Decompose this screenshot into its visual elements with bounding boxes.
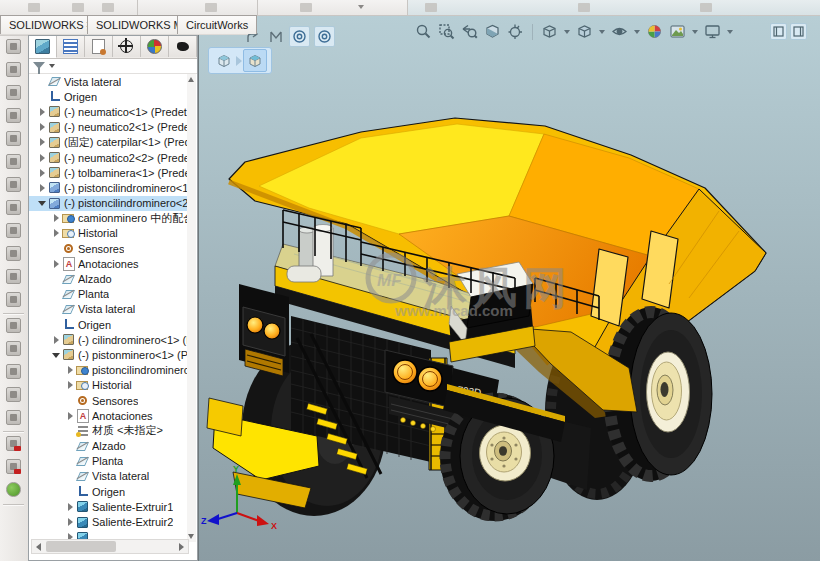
tree-item[interactable]: (-) pistonminero<1> (Prede xyxy=(29,347,187,362)
tree-item[interactable]: pistoncilindrominero 中 xyxy=(29,363,187,378)
tree-item[interactable]: Alzado xyxy=(29,439,187,454)
tree-item[interactable]: Historial xyxy=(29,226,187,241)
tree-item[interactable]: Planta xyxy=(29,454,187,469)
left-toolbar-icon-9[interactable] xyxy=(6,223,21,238)
apply-scene-icon[interactable] xyxy=(668,22,687,41)
expand-arrow-icon[interactable] xyxy=(65,502,75,512)
dropdown-caret-icon[interactable] xyxy=(727,30,733,34)
expand-arrow-icon[interactable] xyxy=(65,380,75,390)
scroll-right-icon[interactable] xyxy=(179,543,184,551)
section-line-icon[interactable] xyxy=(266,27,285,46)
scroll-left-icon[interactable] xyxy=(36,543,41,551)
render-3d-icon-1[interactable] xyxy=(6,436,21,451)
expand-arrow-icon[interactable] xyxy=(51,350,61,360)
tree-item[interactable]: (固定) caterpilar<1> (Predeterm xyxy=(29,135,187,150)
tab-addin-manager[interactable] xyxy=(169,36,197,57)
section-view-icon[interactable] xyxy=(483,22,502,41)
expand-arrow-icon[interactable] xyxy=(37,122,47,132)
left-toolbar-icon-13[interactable] xyxy=(6,318,21,333)
previous-view-icon[interactable] xyxy=(460,22,479,41)
left-toolbar-icon-4[interactable] xyxy=(6,108,21,123)
filter-funnel-icon[interactable] xyxy=(33,62,45,69)
tree-item[interactable]: Saliente-Extruir2 xyxy=(29,514,187,529)
tree-item[interactable]: Vista lateral xyxy=(29,302,187,317)
tree-item-selected[interactable]: (-) pistoncilindrominero<2> (Pr xyxy=(29,196,187,211)
ribbon-icon[interactable] xyxy=(72,3,84,12)
concentric-circle-icon-2[interactable] xyxy=(314,26,335,47)
concentric-circle-icon-1[interactable] xyxy=(289,26,310,47)
tree-horizontal-scrollbar[interactable] xyxy=(31,539,189,554)
ribbon-icon[interactable] xyxy=(28,3,40,12)
tab-displaymanager[interactable] xyxy=(141,36,169,57)
left-toolbar-icon-6[interactable] xyxy=(6,154,21,169)
expand-arrow-icon[interactable] xyxy=(37,153,47,163)
graphics-viewport[interactable]: 79 xyxy=(198,16,820,561)
left-toolbar-icon-15[interactable] xyxy=(6,364,21,379)
zoom-fit-icon[interactable] xyxy=(414,22,433,41)
collapse-right-icon[interactable] xyxy=(790,23,807,40)
expand-arrow-icon[interactable] xyxy=(51,213,61,223)
hide-show-items-icon[interactable] xyxy=(610,22,629,41)
tree-item[interactable]: Sensores xyxy=(29,393,187,408)
left-toolbar-icon-10[interactable] xyxy=(6,246,21,261)
dropdown-caret-icon[interactable] xyxy=(564,30,570,34)
left-toolbar-icon-7[interactable] xyxy=(6,177,21,192)
left-toolbar-icon-5[interactable] xyxy=(6,131,21,146)
collapse-left-icon[interactable] xyxy=(770,23,787,40)
tree-item[interactable]: (-) neumatico2<1> (Predetermi xyxy=(29,120,187,135)
tree-item[interactable]: Historial xyxy=(29,378,187,393)
tree-item[interactable]: (-) cilindrominero<1> (Pred xyxy=(29,332,187,347)
tree-item[interactable]: (-) tolbaminera<1> (Predeterm xyxy=(29,165,187,180)
dropdown-caret-icon[interactable] xyxy=(599,30,605,34)
tree-item[interactable]: (-) neumatico2<2> (Predetermi xyxy=(29,150,187,165)
tree-vertical-scrollbar[interactable] xyxy=(187,74,196,542)
tree-item[interactable]: Anotaciones xyxy=(29,408,187,423)
tab-circuitworks[interactable]: CircuitWorks xyxy=(177,15,257,34)
ribbon-icon[interactable] xyxy=(700,3,712,12)
dynamic-view-icon[interactable] xyxy=(506,22,525,41)
tree-item[interactable]: Vista lateral xyxy=(29,469,187,484)
zoom-area-icon[interactable] xyxy=(437,22,456,41)
ribbon-icon[interactable] xyxy=(300,3,312,12)
breadcrumb-assembly-icon[interactable] xyxy=(213,50,235,71)
tab-dimxpertmanager[interactable] xyxy=(113,36,141,57)
expand-arrow-icon[interactable] xyxy=(65,365,75,375)
left-toolbar-icon-1[interactable] xyxy=(6,39,21,54)
left-toolbar-icon-12[interactable] xyxy=(6,292,21,307)
tree-item[interactable]: Alzado xyxy=(29,271,187,286)
left-toolbar-icon-17[interactable] xyxy=(6,410,21,425)
left-toolbar-icon-14[interactable] xyxy=(6,341,21,356)
expand-arrow-icon[interactable] xyxy=(37,183,47,193)
ribbon-icon[interactable] xyxy=(578,3,590,12)
left-toolbar-icon-11[interactable] xyxy=(6,269,21,284)
ribbon-dropdown-caret[interactable] xyxy=(358,5,364,9)
tree-item[interactable]: Vista lateral xyxy=(29,74,187,89)
expand-arrow-icon[interactable] xyxy=(51,335,61,345)
view-settings-icon[interactable] xyxy=(703,22,722,41)
expand-arrow-icon[interactable] xyxy=(65,517,75,527)
tree-item[interactable]: (-) pistoncilindrominero<1> (Pr xyxy=(29,180,187,195)
dropdown-caret-icon[interactable] xyxy=(634,30,640,34)
tree-item[interactable]: Saliente-Extruir1 xyxy=(29,499,187,514)
expand-arrow-icon[interactable] xyxy=(51,259,61,269)
ribbon-icon[interactable] xyxy=(102,3,114,12)
expand-arrow-icon[interactable] xyxy=(37,168,47,178)
tree-item[interactable]: Planta xyxy=(29,287,187,302)
truck-3d-model[interactable]: 79 xyxy=(199,16,820,561)
expand-arrow-icon[interactable] xyxy=(37,198,47,208)
expand-arrow-icon[interactable] xyxy=(51,228,61,238)
edit-appearance-icon[interactable] xyxy=(645,22,664,41)
left-toolbar-icon-8[interactable] xyxy=(6,200,21,215)
left-toolbar-icon-16[interactable] xyxy=(6,387,21,402)
tree-item[interactable]: Anotaciones xyxy=(29,256,187,271)
tab-featuremanager-tree[interactable] xyxy=(29,36,57,58)
ribbon-icon[interactable] xyxy=(205,3,217,12)
expand-arrow-icon[interactable] xyxy=(37,107,47,117)
left-toolbar-icon-2[interactable] xyxy=(6,62,21,77)
tree-item[interactable]: camionminero 中的配合 xyxy=(29,211,187,226)
tab-configurationmanager[interactable] xyxy=(85,36,113,57)
ribbon-icon[interactable] xyxy=(425,3,437,12)
scroll-up-icon[interactable] xyxy=(188,77,194,82)
dropdown-caret-icon[interactable] xyxy=(692,30,698,34)
tree-item[interactable]: 材质 <未指定> xyxy=(29,423,187,438)
